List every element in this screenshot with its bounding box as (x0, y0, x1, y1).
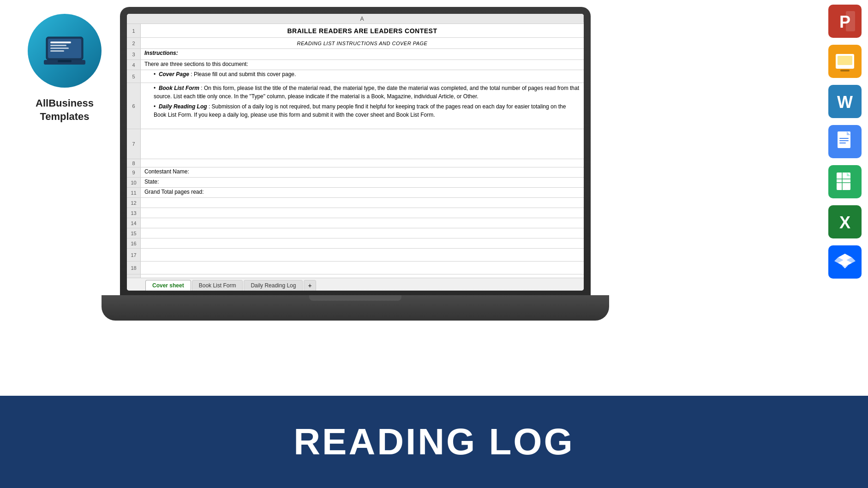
row-number: 14 (127, 218, 141, 228)
row-number: 1 (127, 24, 141, 37)
svg-rect-5 (50, 50, 64, 52)
row-number: 17 (127, 249, 141, 261)
row-1-content: BRAILLE READERS ARE LEADERS CONTEST (141, 24, 584, 37)
col-a-header: A (141, 16, 584, 22)
table-row: 13 (127, 208, 584, 218)
excel-icon[interactable]: X (828, 205, 862, 238)
tab-cover-sheet[interactable]: Cover sheet (145, 280, 191, 291)
table-row: 8 (127, 159, 584, 167)
powerpoint-logo: P (831, 7, 859, 35)
sheet-body: 1 BRAILLE READERS ARE LEADERS CONTEST 2 … (127, 24, 584, 278)
row-number: 6 (127, 83, 141, 129)
svg-rect-2 (50, 42, 71, 43)
row-11-content: Grand Total pages read: (141, 188, 584, 197)
tab-daily-reading-log[interactable]: Daily Reading Log (244, 280, 303, 291)
row-number: 5 (127, 70, 141, 83)
row-10-content: State: (141, 178, 584, 187)
table-row: 3 Instructions: (127, 49, 584, 60)
row-4-content: There are three sections to this documen… (141, 60, 584, 70)
row-6-content: • Book List Form : On this form, please … (141, 83, 584, 129)
row-number: 3 (127, 49, 141, 60)
svg-rect-4 (50, 48, 69, 49)
table-row: 9 Contestant Name: (127, 167, 584, 178)
svg-rect-21 (839, 140, 849, 141)
docs-logo (831, 128, 859, 155)
laptop-container: A 1 BRAILLE READERS ARE LEADERS CONTEST … (120, 7, 591, 321)
slides-icon[interactable] (828, 45, 862, 78)
add-sheet-button[interactable]: + (304, 280, 316, 291)
slides-logo (831, 48, 859, 75)
dropbox-icon[interactable] (828, 245, 862, 279)
laptop-logo-icon (44, 35, 85, 67)
svg-text:W: W (837, 93, 853, 112)
table-row: 16 (127, 238, 584, 249)
banner-title: READING LOG (293, 421, 574, 463)
table-row: 12 (127, 198, 584, 208)
word-logo: W (831, 88, 859, 115)
table-row: 2 READING LIST INSTRUCTIONS AND COVER PA… (127, 38, 584, 49)
row-number: 11 (127, 188, 141, 197)
spreadsheet: A 1 BRAILLE READERS ARE LEADERS CONTEST … (127, 14, 584, 291)
laptop-screen: A 1 BRAILLE READERS ARE LEADERS CONTEST … (127, 14, 584, 291)
row-number: 4 (127, 60, 141, 70)
row-number: 8 (127, 159, 141, 167)
table-row: 6 • Book List Form : On this form, pleas… (127, 83, 584, 129)
sheets-logo (831, 168, 859, 196)
svg-text:X: X (839, 213, 850, 232)
svg-rect-20 (839, 138, 849, 139)
table-row: 5 • Cover Page : Please fill out and sub… (127, 70, 584, 83)
svg-rect-13 (838, 56, 852, 65)
row-number: 16 (127, 238, 141, 248)
row-number: 18 (127, 262, 141, 274)
row-8-content (141, 159, 584, 167)
sheets-icon[interactable] (828, 165, 862, 198)
svg-rect-10 (846, 11, 855, 31)
svg-rect-3 (50, 45, 66, 46)
bottom-banner: READING LOG (0, 396, 868, 488)
right-app-icons: P W (822, 0, 868, 332)
dropbox-logo (831, 248, 859, 276)
powerpoint-icon[interactable]: P (828, 5, 862, 38)
brand-name: AllBusiness Templates (36, 97, 94, 123)
docs-icon[interactable] (828, 125, 862, 158)
sheet-tabs: Cover sheet Book List Form Daily Reading… (127, 278, 584, 291)
row-5-content: • Cover Page : Please fill out and submi… (141, 70, 584, 83)
row-number: 15 (127, 228, 141, 238)
table-row: 15 (127, 228, 584, 238)
row-number: 2 (127, 38, 141, 48)
laptop-body: A 1 BRAILLE READERS ARE LEADERS CONTEST … (120, 7, 591, 298)
table-row: 1 BRAILLE READERS ARE LEADERS CONTEST (127, 24, 584, 38)
tab-book-list-form[interactable]: Book List Form (192, 280, 243, 291)
svg-rect-14 (840, 70, 850, 71)
row-number: 9 (127, 167, 141, 177)
laptop-base (102, 295, 609, 321)
table-row: 14 (127, 218, 584, 228)
row-number: 13 (127, 208, 141, 218)
left-logo-area: AllBusiness Templates (0, 0, 129, 332)
table-row: 4 There are three sections to this docum… (127, 60, 584, 70)
row-number: 12 (127, 198, 141, 208)
row-number: 7 (127, 129, 141, 159)
row-number: 19 (127, 274, 141, 278)
svg-rect-7 (58, 60, 72, 62)
row-2-content: READING LIST INSTRUCTIONS AND COVER PAGE (141, 38, 584, 48)
row-9-content: Contestant Name: (141, 167, 584, 177)
table-row: 17 (127, 249, 584, 262)
svg-rect-22 (839, 143, 846, 143)
table-row: 19 (127, 274, 584, 278)
logo-circle (28, 14, 102, 88)
row-3-content: Instructions: (141, 49, 584, 60)
row-number: 10 (127, 178, 141, 187)
table-row: 10 State: (127, 178, 584, 188)
table-row: 11 Grand Total pages read: (127, 188, 584, 198)
table-row: 7 (127, 129, 584, 159)
column-header-row: A (127, 14, 584, 24)
table-row: 18 (127, 262, 584, 274)
word-icon[interactable]: W (828, 85, 862, 118)
row-7-content (141, 129, 584, 159)
excel-logo: X (831, 208, 859, 236)
